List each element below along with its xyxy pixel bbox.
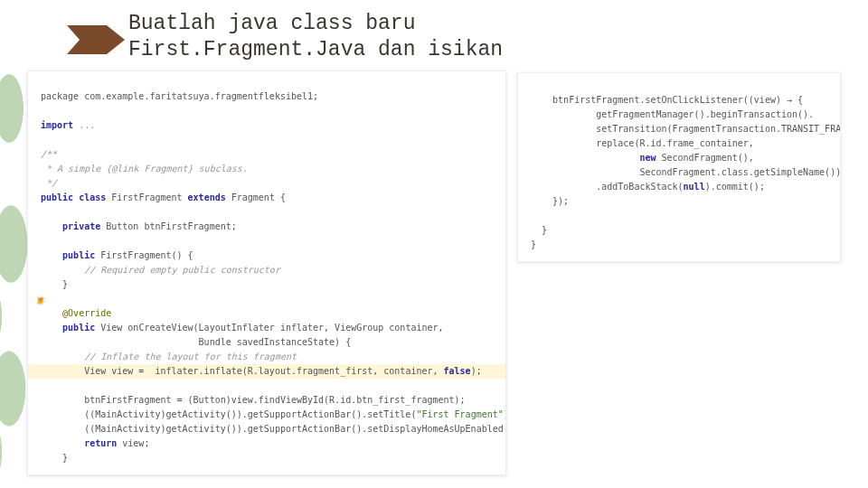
code-line: getFragmentManager().beginTransaction(). <box>531 109 814 119</box>
code-text: extends <box>188 192 231 202</box>
code-line: @Override <box>41 308 111 318</box>
code-line: ((MainActivity)getActivity()).getSupport… <box>41 424 506 434</box>
code-line: Bundle savedInstanceState) { <box>41 337 351 347</box>
code-line: replace(R.id.frame_container, <box>531 138 754 148</box>
code-text: FirstFragment() { <box>100 250 193 260</box>
code-text: View view = inflater.inflate( <box>41 366 248 376</box>
code-line: // Required empty public constructor <box>41 265 280 275</box>
code-line: */ <box>41 178 57 188</box>
code-line: public <box>41 323 100 333</box>
code-line: .addToBackStack( <box>531 182 684 192</box>
code-line: /** <box>41 149 57 159</box>
code-line: return <box>41 438 122 448</box>
breakpoint-icon: 🍺 <box>34 294 47 305</box>
title-line-1: Buatlah java class baru <box>128 11 503 37</box>
code-line: import <box>41 120 79 130</box>
code-line: ((MainActivity)getActivity()).getSupport… <box>41 409 416 419</box>
code-text: R.layout.fragment_first, container, <box>248 366 444 376</box>
code-text: ... <box>79 120 95 130</box>
code-line: private <box>41 221 106 231</box>
code-line: SecondFragment.class.getSimpleName()) <box>531 167 841 177</box>
code-text: false <box>444 366 471 376</box>
code-line: setTransition(FragmentTransaction.TRANSI… <box>531 124 841 134</box>
code-line: } <box>41 453 68 463</box>
code-line: } <box>41 279 68 289</box>
code-text: ); <box>471 366 482 376</box>
code-text: View onCreateView(LayoutInflater inflate… <box>100 323 443 333</box>
code-text: SecondFragment(), <box>662 153 754 163</box>
code-text: null <box>684 182 705 192</box>
code-line: public <box>41 250 100 260</box>
code-line: }); <box>531 196 569 206</box>
code-text: ); <box>504 409 506 419</box>
code-line: } <box>531 239 536 249</box>
code-line: * A simple {@link Fragment} subclass. <box>41 164 248 174</box>
highlighted-line: View view = inflater.inflate(R.layout.fr… <box>28 364 505 379</box>
code-text: FirstFragment <box>111 192 187 202</box>
code-line: } <box>531 225 547 235</box>
code-line: package com.example.faritatsuya.fragment… <box>41 91 318 101</box>
code-text: ).commit(); <box>705 182 765 192</box>
title-line-2: First.Fragment.Java dan isikan <box>128 37 503 63</box>
code-line: public class <box>41 192 111 202</box>
code-text: Button btnFirstFragment; <box>106 221 237 231</box>
arrow-icon <box>67 25 125 54</box>
code-panel-right: btnFirstFragment.setOnClickListener((vie… <box>517 72 841 262</box>
slide-title: Buatlah java class baru First.Fragment.J… <box>128 11 503 63</box>
code-line: new <box>531 153 662 163</box>
code-line: btnFirstFragment = (Button)view.findView… <box>41 395 466 405</box>
code-panel-left: package com.example.faritatsuya.fragment… <box>27 70 506 475</box>
code-line: btnFirstFragment.setOnClickListener((vie… <box>531 95 803 105</box>
svg-marker-0 <box>67 25 125 54</box>
code-text: Fragment { <box>231 192 286 202</box>
code-text: view; <box>122 438 149 448</box>
code-text: "First Fragment" <box>416 409 503 419</box>
code-line: // Inflate the layout for this fragment <box>41 352 297 361</box>
